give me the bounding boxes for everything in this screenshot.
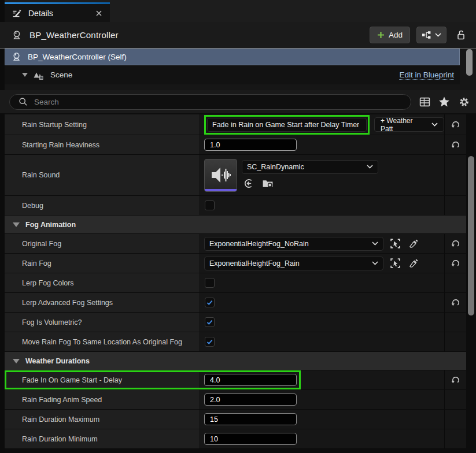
section-weather-durations[interactable]: Weather Durations	[5, 352, 466, 370]
rain-duration-maximum-input[interactable]	[204, 413, 297, 425]
actor-orb-icon	[10, 51, 23, 64]
asset-type-color-strip	[205, 189, 237, 191]
property-label: Fade In On Game Start - Delay	[5, 370, 200, 389]
search-input[interactable]	[34, 98, 404, 106]
rain-startup-dropdown[interactable]: Fade in Rain on Game Start after Delay T…	[207, 118, 367, 132]
expand-arrow-icon[interactable]	[22, 73, 28, 77]
tab-details[interactable]: Details	[5, 2, 110, 22]
rain-fading-anim-speed-input[interactable]	[204, 393, 297, 406]
reset-to-default-button[interactable]	[444, 293, 466, 312]
property-label: Debug	[5, 196, 200, 215]
plus-icon	[377, 31, 385, 39]
checkmark-icon	[206, 299, 213, 306]
row-lerp-advanced-fog-settings: Lerp Advanced Fog Settings	[5, 293, 466, 313]
property-label: Fog Is Volumetric?	[5, 313, 200, 332]
tree-row-scene[interactable]: Scene Edit in Blueprint	[5, 65, 460, 84]
row-debug: Debug	[5, 196, 466, 216]
row-rain-duration-maximum: Rain Duration Maximum	[5, 410, 466, 429]
rain-duration-minimum-input[interactable]	[204, 433, 297, 445]
pick-actor-button[interactable]	[388, 237, 402, 251]
details-scrollbar[interactable]	[468, 156, 474, 315]
checkmark-icon	[206, 338, 213, 346]
property-label: Rain Duration Maximum	[5, 410, 200, 429]
reset-arrow-icon	[451, 239, 460, 248]
add-button[interactable]: Add	[370, 27, 410, 43]
original-fog-dropdown[interactable]: ExponentialHeightFog_NoRain	[204, 237, 383, 251]
reset-arrow-icon	[451, 140, 460, 150]
pick-actor-icon	[390, 258, 401, 269]
tab-bar: Details	[0, 0, 476, 22]
search-icon	[17, 95, 29, 108]
reset-arrow-icon	[451, 298, 460, 307]
property-label: Starting Rain Heaviness	[5, 135, 200, 154]
favorites-star-icon[interactable]	[438, 95, 451, 108]
fade-in-delay-input[interactable]	[204, 374, 297, 386]
property-label: Rain Sound	[5, 155, 200, 195]
debug-checkbox[interactable]	[205, 200, 215, 210]
collapse-arrow-icon	[13, 359, 20, 363]
section-fog-animation[interactable]: Fog Animation	[5, 216, 466, 234]
speaker-waveform-icon	[209, 164, 233, 187]
reset-arrow-icon	[451, 120, 460, 129]
row-move-rain-fog: Move Rain Fog To Same Location As Origin…	[5, 332, 466, 352]
edit-in-blueprint-link[interactable]: Edit in Blueprint	[399, 70, 454, 80]
eyedropper-button[interactable]	[407, 257, 420, 270]
unlock-icon	[455, 29, 466, 40]
chevron-down-icon	[372, 261, 378, 265]
search-row	[0, 90, 476, 113]
browse-to-asset-button[interactable]	[261, 177, 275, 191]
display-grid-icon[interactable]	[418, 95, 431, 108]
reset-to-default-button[interactable]	[444, 254, 466, 273]
chevron-down-icon	[435, 33, 441, 37]
blueprint-hierarchy-button[interactable]	[416, 27, 447, 43]
reset-to-default-button[interactable]	[444, 370, 466, 389]
settings-gear-icon[interactable]	[457, 95, 470, 108]
tree-scrollbar[interactable]	[466, 49, 473, 76]
pick-actor-button[interactable]	[388, 257, 402, 270]
property-label: Rain Duration Minimum	[5, 429, 200, 448]
row-rain-fog: Rain Fog ExponentialHeightFog_Rain	[5, 254, 466, 273]
component-tree: BP_WeatherController (Self) Scene Edit i…	[5, 49, 476, 90]
row-starting-rain-heaviness: Starting Rain Heaviness	[5, 135, 466, 155]
lock-toggle-button[interactable]	[453, 29, 468, 40]
object-header: BP_WeatherController Add	[0, 22, 476, 49]
use-selected-icon	[243, 178, 254, 189]
rain-fog-dropdown[interactable]: ExponentialHeightFog_Rain	[204, 257, 383, 270]
row-lerp-fog-colors: Lerp Fog Colors	[5, 273, 466, 293]
reset-to-default-button[interactable]	[444, 234, 466, 253]
chevron-down-icon	[431, 122, 438, 127]
fog-is-volumetric-checkbox[interactable]	[205, 317, 215, 327]
property-label: Rain Fog	[5, 254, 200, 273]
close-icon[interactable]	[94, 8, 104, 18]
reset-arrow-icon	[451, 375, 460, 385]
pick-actor-icon	[390, 238, 401, 249]
collapse-arrow-icon	[13, 222, 20, 227]
tree-row-self[interactable]: BP_WeatherController (Self)	[5, 49, 460, 65]
eyedropper-button[interactable]	[407, 237, 420, 251]
scene-component-icon	[32, 69, 45, 81]
rain-sound-dropdown[interactable]: SC_RainDynamic	[242, 160, 378, 174]
details-panel: Details BP_WeatherController	[0, 0, 476, 453]
search-box[interactable]	[9, 94, 411, 110]
lerp-fog-colors-checkbox[interactable]	[205, 278, 215, 288]
reset-arrow-icon	[451, 258, 460, 268]
eyedropper-icon	[408, 239, 419, 249]
row-fog-is-volumetric: Fog Is Volumetric?	[5, 313, 466, 332]
starting-rain-heaviness-input[interactable]	[204, 139, 297, 151]
reset-to-default-button[interactable]	[444, 135, 466, 154]
chevron-down-icon	[372, 242, 378, 246]
reset-to-default-button[interactable]	[444, 114, 466, 135]
use-selected-asset-button[interactable]	[242, 177, 256, 191]
section-title: Weather Durations	[25, 357, 90, 365]
add-button-label: Add	[389, 31, 403, 39]
property-grid: Rain Startup Setting Fade in Rain on Gam…	[5, 113, 476, 453]
lerp-advanced-fog-settings-checkbox[interactable]	[205, 298, 215, 307]
weather-pattern-dropdown-button[interactable]: + Weather Patt	[374, 117, 444, 132]
node-graph-icon	[422, 30, 431, 40]
details-pencil-icon	[10, 7, 23, 20]
sound-asset-thumbnail[interactable]	[204, 159, 237, 192]
row-rain-startup-setting: Rain Startup Setting Fade in Rain on Gam…	[5, 114, 466, 135]
move-rain-fog-checkbox[interactable]	[205, 337, 215, 347]
section-title: Fog Animation	[25, 221, 76, 229]
property-label: Lerp Advanced Fog Settings	[5, 293, 200, 312]
